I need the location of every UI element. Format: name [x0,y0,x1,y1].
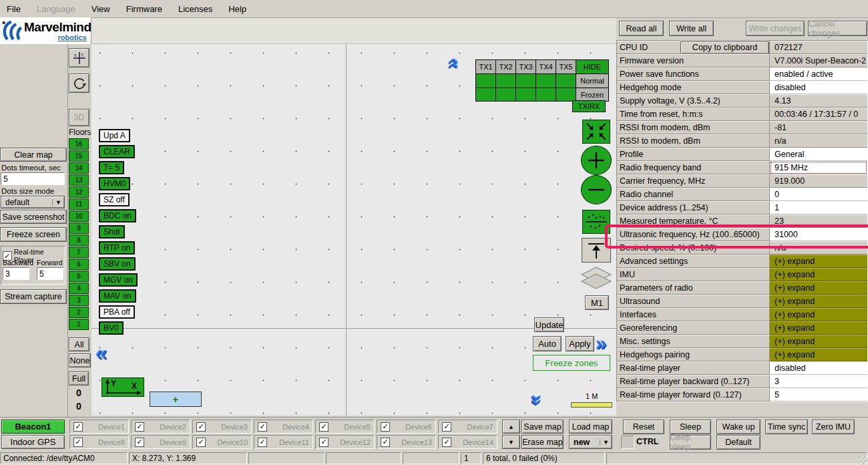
tx-cell-normal-1[interactable] [476,74,495,88]
device-checkbox-device7[interactable]: ✓ [442,422,451,432]
fit-to-screen-button[interactable] [582,120,610,144]
write-changes-button[interactable]: Write changes [746,21,805,36]
param-value-georeferencing[interactable]: (+) expand [770,321,867,335]
tx-hide-button[interactable]: HIDE [576,60,608,73]
update-button[interactable]: Update [534,317,564,332]
sleep-button[interactable]: Sleep [670,420,711,434]
tx-header-tx5[interactable]: TX5 [556,60,576,73]
load-map-button[interactable]: Load map [569,420,612,434]
tx-header-tx4[interactable]: TX4 [536,60,556,73]
device-cell-device7[interactable]: ✓Device7 [438,420,497,434]
add-submap-button[interactable]: + [150,392,202,407]
device-checkbox-device13[interactable]: ✓ [381,438,390,447]
dots-timeout-input[interactable] [1,172,65,185]
save-screenshot-button[interactable]: Save screenshot [0,210,67,224]
device-checkbox-device5[interactable]: ✓ [319,422,329,432]
forward-input[interactable] [37,267,63,280]
upload-button[interactable] [582,238,611,263]
param-value-hedgehogs-pairing[interactable]: (+) expand [770,348,867,361]
floors-all-button[interactable]: All [69,337,89,351]
tx-cell-normal-2[interactable] [496,74,515,88]
map-action-upd-a[interactable]: Upd A [99,129,130,142]
save-map-button[interactable]: Save map [521,420,564,434]
param-value-ultrasonic-frequency-hz-100-65000[interactable]: 31000 [770,228,867,241]
collapse-up-chevron-icon[interactable]: « [445,58,465,69]
param-value-parameters-of-radio[interactable]: (+) expand [770,281,867,295]
map-action-sbv-on[interactable]: SBV on [99,257,136,271]
backward-input[interactable] [3,267,29,280]
device-checkbox-device8[interactable]: ✓ [73,438,83,447]
devices-scroll-down-button[interactable]: ▼ [502,435,520,449]
param-value-interfaces[interactable]: (+) expand [770,308,867,321]
param-value-misc-settings[interactable]: (+) expand [770,335,867,348]
pan-left-chevron-icon[interactable]: « [95,342,107,363]
device-checkbox-device11[interactable]: ✓ [258,438,267,447]
device-checkbox-device10[interactable]: ✓ [196,438,206,447]
zoom-out-button[interactable] [581,175,612,204]
device-cell-device1[interactable]: ✓Device1 [69,420,129,434]
param-value-device-address-1-254[interactable]: 1 [770,201,867,214]
xy-axes-button[interactable]: Y X [101,377,144,397]
floor-button-5[interactable]: 5 [69,271,89,282]
map-canvas[interactable]: Upd ACLEART= 5HVM0SZ offBDC onShotRTP on… [91,43,616,416]
tx-cell-frozen-1[interactable] [476,88,495,101]
map-select[interactable]: new ▼ [569,435,612,449]
device-checkbox-device6[interactable]: ✓ [381,422,390,432]
menu-firmware[interactable]: Firmware [126,4,162,14]
clear-map-button[interactable]: Clear map [0,148,67,162]
map-action-mgv-on[interactable]: MGV on [99,273,138,287]
menu-view[interactable]: View [91,4,110,14]
device-cell-device5[interactable]: ✓Device5 [315,420,375,434]
param-value-hedgehog-mode[interactable]: disabled [770,81,867,94]
device-cell-device4[interactable]: ✓Device4 [254,420,313,434]
floor-button-11[interactable]: 11 [69,198,89,210]
floor-button-4[interactable]: 4 [69,283,89,294]
write-all-button[interactable]: Write all [669,21,714,36]
device-cell-device11[interactable]: ✓Device11 [254,435,313,449]
read-all-button[interactable]: Read all [619,21,664,36]
device-cell-device3[interactable]: ✓Device3 [192,420,252,434]
device-cell-device12[interactable]: ✓Device12 [315,435,375,449]
floor-button-10[interactable]: 10 [69,210,89,222]
tx-cell-frozen-4[interactable] [536,88,556,101]
tx-cell-frozen-2[interactable] [496,88,515,101]
param-value-power-save-functions[interactable]: enabled / active [770,67,867,81]
param-value-imu[interactable]: (+) expand [770,268,867,281]
crosshair-tool-button[interactable]: xY [69,48,89,67]
device-checkbox-device1[interactable]: ✓ [73,422,83,432]
device-cell-device10[interactable]: ✓Device10 [192,435,252,449]
floor-button-9[interactable]: 9 [69,222,89,234]
device-cell-device8[interactable]: ✓Device8 [69,435,129,449]
map-action-shot[interactable]: Shot [99,225,125,239]
floors-full-button[interactable]: Full [69,371,89,385]
tx-cell-frozen-5[interactable] [556,88,576,101]
cancel-changes-button[interactable]: Cancel changes [808,21,867,36]
map-action-rtp-on[interactable]: RTP on [99,241,135,255]
map-action-bdc-on[interactable]: BDC on [99,209,136,222]
indoor-gps-tab[interactable]: Indoor GPS [1,435,65,449]
floor-button-15[interactable]: 15 [69,150,89,162]
tx-header-tx1[interactable]: TX1 [476,60,495,73]
device-checkbox-device9[interactable]: ✓ [135,438,144,447]
wake-up-button[interactable]: Wake up [716,420,761,434]
param-value-real-time-player-backward-0-127[interactable]: 3 [770,375,867,388]
txrx-toggle-button[interactable]: TX/RX [572,100,606,112]
param-value-advanced-settings[interactable]: (+) expand [770,255,867,268]
beacon-tab[interactable]: Beacon1 [1,420,65,434]
floor-button-12[interactable]: 12 [69,186,89,198]
menu-file[interactable]: File [7,4,21,14]
tx-cell-normal-5[interactable] [556,74,576,88]
erase-map-button[interactable]: Erase map [521,435,564,449]
device-cell-device6[interactable]: ✓Device6 [377,420,436,434]
map-select-arrow-icon[interactable]: ▼ [600,439,612,446]
threed-button[interactable]: 3D [69,109,89,126]
pan-down-chevron-icon[interactable]: » [527,395,548,406]
map-action-pba-off[interactable]: PBA off [99,305,135,319]
default-button[interactable]: Default [716,435,761,450]
tx-header-tx2[interactable]: TX2 [496,60,515,73]
device-cell-device13[interactable]: ✓Device13 [377,435,436,449]
tx-cell-normal-4[interactable] [536,74,556,88]
ctrl-indicator[interactable] [621,436,634,449]
tx-header-tx3[interactable]: TX3 [516,60,535,73]
rotate-tool-button[interactable] [69,73,89,93]
